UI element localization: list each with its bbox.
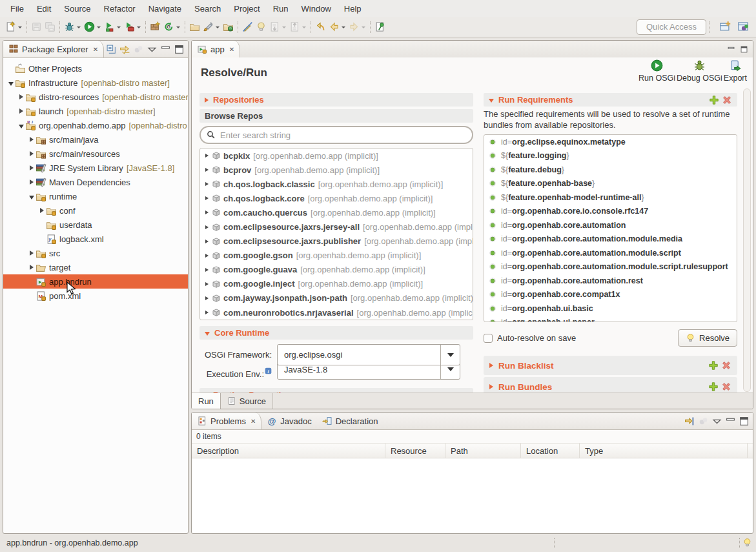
tree-item-runtime[interactable]: runtime bbox=[3, 189, 188, 203]
run-osgi-button[interactable]: Run OSGi bbox=[638, 59, 676, 83]
requirement-item[interactable]: id=org.openhab.core.automation.module.me… bbox=[484, 232, 737, 247]
new-bnd-project-button[interactable] bbox=[148, 19, 162, 35]
expander-closed-icon[interactable] bbox=[28, 179, 36, 185]
minimize-icon[interactable] bbox=[726, 45, 736, 54]
menu-help[interactable]: Help bbox=[338, 1, 368, 16]
tab-problems[interactable]: Problems✕ bbox=[192, 413, 261, 429]
requirement-item[interactable]: id=org.openhab.core.automation.module.sc… bbox=[484, 260, 737, 274]
expander-open-icon[interactable] bbox=[17, 123, 25, 128]
column-location[interactable]: Location bbox=[521, 444, 580, 458]
open-task-button[interactable] bbox=[188, 19, 201, 35]
close-icon[interactable]: ✕ bbox=[93, 46, 98, 53]
dropdown-arrow-icon[interactable] bbox=[97, 26, 101, 30]
expander-closed-icon[interactable] bbox=[17, 108, 25, 114]
dropdown-arrow-icon[interactable] bbox=[18, 26, 22, 30]
expander-closed-icon[interactable] bbox=[203, 296, 210, 300]
export-button[interactable]: Export bbox=[723, 59, 748, 83]
tree-item-distro-resources[interactable]: distro-resources[openhab-distro master] bbox=[3, 90, 188, 104]
tree-item-conf[interactable]: conf bbox=[3, 203, 188, 218]
expander-closed-icon[interactable] bbox=[203, 196, 210, 200]
maximize-icon[interactable] bbox=[739, 45, 749, 54]
expander-closed-icon[interactable] bbox=[203, 168, 210, 172]
new-wizard-button[interactable] bbox=[4, 19, 24, 35]
debug-osgi-button[interactable]: Debug OSGi bbox=[676, 59, 723, 83]
column-path[interactable]: Path bbox=[445, 444, 521, 458]
tree-item-userdata[interactable]: userdata bbox=[3, 218, 188, 232]
back-history-button[interactable] bbox=[327, 19, 347, 35]
expander-closed-icon[interactable] bbox=[38, 208, 46, 213]
expander-closed-icon[interactable] bbox=[203, 182, 210, 186]
section-core-runtime[interactable]: Core Runtime bbox=[199, 326, 473, 340]
open-perspective-button[interactable] bbox=[718, 19, 733, 35]
requirement-item[interactable]: id=org.openhab.core.automation.module.sc… bbox=[484, 246, 737, 260]
requirement-item[interactable]: ${feature.logging} bbox=[484, 149, 737, 163]
open-resource-button[interactable] bbox=[221, 19, 235, 35]
repo-item[interactable]: com.google.gson[org.openhab.demo.app (im… bbox=[200, 249, 473, 263]
menu-edit[interactable]: Edit bbox=[30, 1, 57, 16]
repo-item[interactable]: bcpkix[org.openhab.demo.app (implicit)] bbox=[200, 148, 473, 163]
menu-run[interactable]: Run bbox=[267, 1, 295, 16]
tree-item-org-openhab-demo-app[interactable]: MJorg.openhab.demo.app[openhab-distro ma… bbox=[3, 118, 188, 132]
auto-resolve-checkbox[interactable] bbox=[484, 334, 493, 343]
repo-item[interactable]: com.google.guava[org.openhab.demo.app (i… bbox=[200, 263, 473, 277]
view-menu-icon[interactable] bbox=[147, 44, 158, 55]
debug-button[interactable] bbox=[63, 19, 83, 35]
view-menu-icon[interactable] bbox=[711, 416, 722, 427]
previous-annotation-button[interactable] bbox=[288, 19, 308, 35]
close-icon[interactable]: ✕ bbox=[250, 418, 256, 425]
tree-item-src-main-java[interactable]: src/main/java bbox=[3, 132, 188, 147]
dropdown-arrow-icon[interactable] bbox=[117, 26, 121, 30]
filter-icon[interactable] bbox=[684, 416, 695, 427]
mark-occurrences-button[interactable] bbox=[241, 19, 254, 35]
link-with-editor-icon[interactable] bbox=[119, 44, 130, 55]
tree-item-infrastructure[interactable]: Infrastructure[openhab-distro master] bbox=[3, 76, 188, 90]
dropdown-arrow-icon[interactable] bbox=[342, 26, 345, 30]
dropdown-arrow-icon[interactable] bbox=[282, 26, 286, 30]
focus-on-active-task-icon[interactable] bbox=[698, 416, 709, 427]
save-all-button[interactable] bbox=[43, 19, 57, 35]
minimize-icon[interactable] bbox=[160, 44, 171, 55]
dropdown-arrow-icon[interactable] bbox=[77, 26, 81, 30]
resolve-button[interactable]: Resolve bbox=[678, 329, 737, 347]
tree-item-src-main-resources[interactable]: src/main/resources bbox=[3, 147, 188, 161]
tab-package-explorer[interactable]: Package Explorer ✕ bbox=[3, 41, 104, 57]
save-button[interactable] bbox=[30, 19, 43, 35]
close-icon[interactable]: ✕ bbox=[229, 46, 234, 53]
requirement-item[interactable]: id=org.openhab.ui.paper bbox=[484, 316, 737, 323]
menu-navigate[interactable]: Navigate bbox=[142, 1, 188, 16]
repo-item[interactable]: ch.qos.logback.classic[org.openhab.demo.… bbox=[200, 177, 473, 191]
repo-item[interactable]: com.caucho.quercus[org.openhab.demo.app … bbox=[200, 205, 473, 220]
minimize-icon[interactable] bbox=[725, 416, 736, 427]
remove-requirement-icon[interactable] bbox=[722, 95, 732, 105]
osgi-framework-combo[interactable]: org.eclipse.osgi bbox=[277, 344, 460, 365]
repo-item[interactable]: bcprov[org.openhab.demo.app (implicit)] bbox=[200, 163, 473, 177]
dropdown-arrow-icon[interactable] bbox=[302, 26, 306, 30]
menu-source[interactable]: Source bbox=[57, 1, 97, 16]
update-maven-project-button[interactable]: G bbox=[162, 19, 182, 35]
expander-closed-icon[interactable] bbox=[203, 254, 210, 258]
column-description[interactable]: Description bbox=[192, 444, 385, 458]
forward-history-button[interactable] bbox=[347, 19, 367, 35]
dropdown-arrow-icon[interactable] bbox=[216, 26, 220, 30]
expander-closed-icon[interactable] bbox=[28, 137, 36, 142]
tree-item-src[interactable]: src bbox=[3, 246, 188, 260]
tab-declaration[interactable]: Declaration bbox=[317, 413, 383, 429]
search-button[interactable] bbox=[201, 19, 221, 35]
tree-item-app-bndrun[interactable]: app.bndrun bbox=[3, 274, 188, 289]
menu-file[interactable]: File bbox=[4, 1, 30, 16]
requirement-item[interactable]: id=org.openhab.core.automation.rest bbox=[484, 274, 737, 288]
requirement-item[interactable]: id=org.openhab.ui.basic bbox=[484, 302, 737, 316]
add-bundle-icon[interactable] bbox=[708, 382, 719, 392]
tab-source[interactable]: Source bbox=[221, 393, 273, 409]
expander-closed-icon[interactable] bbox=[28, 265, 36, 270]
pin-editor-button[interactable] bbox=[373, 19, 387, 35]
expander-closed-icon[interactable] bbox=[203, 268, 210, 272]
repo-item[interactable]: com.jayway.jsonpath.json-path[org.openha… bbox=[200, 291, 473, 305]
requirement-item[interactable]: id=org.eclipse.equinox.metatype bbox=[484, 135, 737, 149]
dropdown-arrow-icon[interactable] bbox=[176, 26, 180, 30]
requirement-item[interactable]: id=org.openhab.core.automation bbox=[484, 218, 737, 232]
quick-access-input[interactable] bbox=[637, 19, 706, 35]
expander-closed-icon[interactable] bbox=[203, 311, 210, 314]
dropdown-arrow-icon[interactable] bbox=[137, 26, 141, 30]
tree-item-jre-system-library[interactable]: JRE System Library[JavaSE-1.8] bbox=[3, 161, 188, 175]
